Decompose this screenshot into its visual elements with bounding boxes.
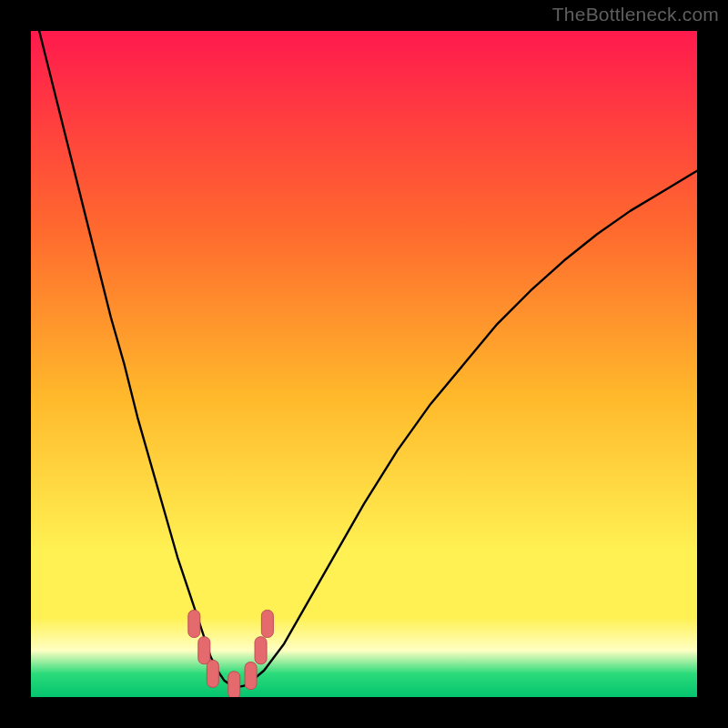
bottleneck-chart — [31, 31, 697, 697]
plot-area — [31, 31, 697, 697]
watermark-text: TheBottleneck.com — [552, 4, 719, 25]
curve-marker — [188, 610, 200, 637]
curve-marker — [198, 637, 210, 664]
chart-frame: TheBottleneck.com — [0, 0, 728, 728]
curve-marker — [245, 662, 257, 690]
gradient-background — [31, 31, 697, 697]
curve-marker — [228, 672, 240, 697]
curve-marker — [261, 610, 273, 637]
curve-marker — [207, 660, 218, 687]
curve-marker — [255, 637, 267, 664]
